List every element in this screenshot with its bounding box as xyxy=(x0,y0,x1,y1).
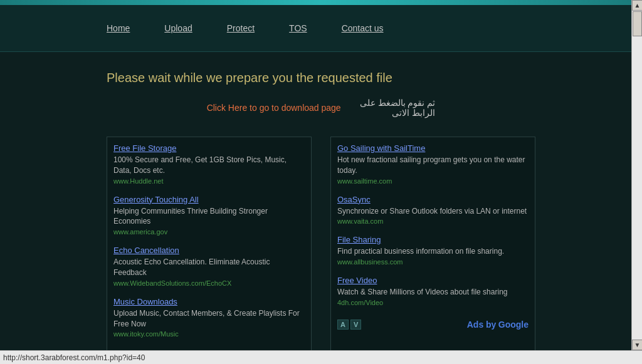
nav-bar: Home Upload Protect TOS Contact us xyxy=(0,5,642,52)
ads-left-column: Free File Storage 100% Secure and Free, … xyxy=(107,137,312,364)
ad-right-3-desc: Find practical business information on f… xyxy=(337,246,529,257)
scroll-down-btn[interactable]: ▼ xyxy=(632,340,642,350)
nav-contact[interactable]: Contact us xyxy=(342,23,384,33)
status-bar: http://short.3arabforest.com/m1.php?id=4… xyxy=(0,350,642,364)
ads-right-footer: A V Ads by Google xyxy=(337,316,529,330)
ad-right-2-title[interactable]: OsaSync xyxy=(337,195,529,204)
ad-left-2-title[interactable]: Generosity Touching All xyxy=(113,195,305,204)
ad-right-4: Free Video Watch & Share Millions of Vid… xyxy=(337,276,529,306)
page-title: Please wait while we prepare you the req… xyxy=(107,71,535,85)
nav-upload[interactable]: Upload xyxy=(164,23,192,33)
ads-right-badge-v: V xyxy=(350,320,361,330)
ads-section: Free File Storage 100% Secure and Free, … xyxy=(107,137,535,364)
ad-right-2-url: www.vaita.com xyxy=(337,217,529,225)
ads-right-by-google: Ads by Google xyxy=(467,320,529,330)
ad-left-3-desc: Acoustic Echo Cancellation. Eliminate Ac… xyxy=(113,257,305,278)
ad-left-2-desc: Helping Communities Thrive Building Stro… xyxy=(113,206,305,227)
ad-right-1-desc: Hot new fractional sailing program gets … xyxy=(337,155,529,176)
ad-right-4-desc: Watch & Share Millions of Videos about f… xyxy=(337,287,529,298)
ad-left-3-title[interactable]: Echo Cancellation xyxy=(113,246,305,255)
ad-left-1-desc: 100% Secure and Free, Get 1GB Store Pics… xyxy=(113,155,305,176)
ad-left-1-url: www.Huddle.net xyxy=(113,177,305,185)
ad-right-1: Go Sailing with SailTime Hot new fractio… xyxy=(337,143,529,185)
ad-right-3: File Sharing Find practical business inf… xyxy=(337,235,529,266)
ad-left-3-url: www.WidebandSolutions.com/EchoCX xyxy=(113,279,305,287)
ad-left-4-title[interactable]: Music Downloads xyxy=(113,297,305,306)
ad-left-1-title[interactable]: Free File Storage xyxy=(113,143,305,153)
ad-left-3: Echo Cancellation Acoustic Echo Cancella… xyxy=(113,246,305,287)
scrollbar[interactable]: ▲ ▼ xyxy=(631,0,642,350)
ad-left-2-url: www.america.gov xyxy=(113,228,305,236)
ads-right-column: Go Sailing with SailTime Hot new fractio… xyxy=(330,137,535,364)
download-section: Click Here to go to download page ثم نقو… xyxy=(107,98,535,118)
scroll-thumb[interactable] xyxy=(633,11,642,36)
ad-left-4-desc: Upload Music, Contact Members, & Create … xyxy=(113,308,305,330)
nav-home[interactable]: Home xyxy=(107,23,130,33)
ad-right-4-url: 4dh.com/Video xyxy=(337,299,529,306)
main-content: Please wait while we prepare you the req… xyxy=(0,52,642,364)
status-url: http://short.3arabforest.com/m1.php?id=4… xyxy=(3,353,145,362)
ad-right-2-desc: Synchronize or Share Outlook folders via… xyxy=(337,206,529,217)
ad-right-3-url: www.allbusiness.com xyxy=(337,258,529,266)
ads-right-badge-a: A xyxy=(337,320,349,330)
ad-right-4-title[interactable]: Free Video xyxy=(337,276,529,285)
ad-left-4-url: www.itoky.com/Music xyxy=(113,330,305,338)
ad-left-2: Generosity Touching All Helping Communit… xyxy=(113,195,305,236)
ad-left-4: Music Downloads Upload Music, Contact Me… xyxy=(113,297,305,338)
scroll-track xyxy=(632,11,642,340)
top-bar xyxy=(0,0,642,5)
ad-right-1-url: www.sailtime.com xyxy=(337,177,529,185)
nav-protect[interactable]: Protect xyxy=(227,23,255,33)
ad-right-1-title[interactable]: Go Sailing with SailTime xyxy=(337,143,529,153)
scroll-up-btn[interactable]: ▲ xyxy=(632,0,642,11)
ads-right-badge: A V xyxy=(337,320,361,330)
click-here-link[interactable]: Click Here to go to download page xyxy=(207,103,341,113)
nav-tos[interactable]: TOS xyxy=(289,23,307,33)
ad-right-3-title[interactable]: File Sharing xyxy=(337,235,529,244)
ad-left-1: Free File Storage 100% Secure and Free, … xyxy=(113,143,305,185)
arabic-text: ثم نقوم بالضغط على الرابط الاتى xyxy=(360,98,436,118)
ad-right-2: OsaSync Synchronize or Share Outlook fol… xyxy=(337,195,529,226)
